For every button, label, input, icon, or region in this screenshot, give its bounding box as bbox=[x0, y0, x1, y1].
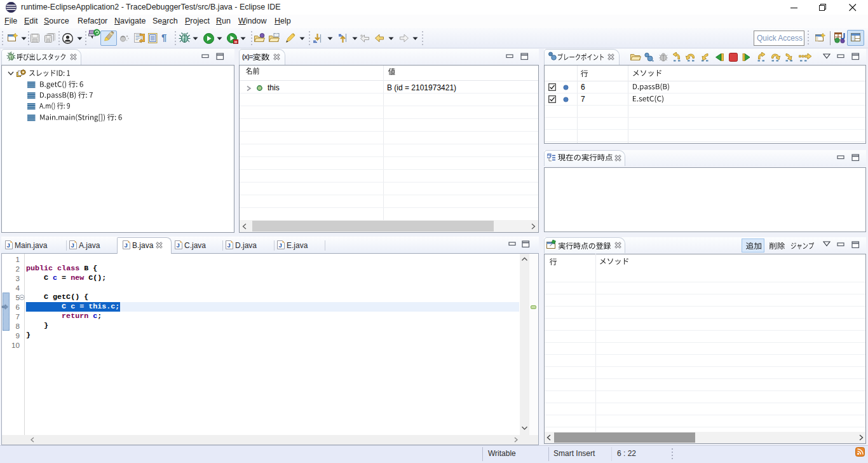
svg-text:J: J bbox=[7, 242, 10, 249]
svg-text:J: J bbox=[125, 242, 128, 249]
svg-text:J: J bbox=[279, 242, 282, 249]
svg-text:J: J bbox=[177, 242, 180, 249]
svg-text:J: J bbox=[71, 242, 74, 249]
svg-text:J: J bbox=[227, 242, 231, 249]
